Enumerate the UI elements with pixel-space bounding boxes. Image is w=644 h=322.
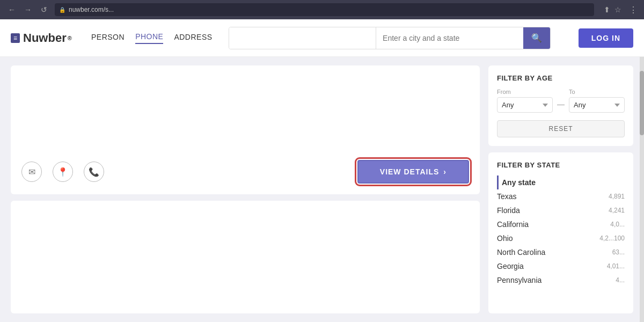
search-bar: 🔍	[229, 27, 551, 49]
age-from-label: From	[497, 89, 553, 95]
state-name-nc: North Carolina	[497, 248, 545, 257]
view-details-arrow: ›	[443, 167, 447, 176]
search-button[interactable]: 🔍	[523, 27, 550, 49]
state-item-florida[interactable]: Florida 4,241	[497, 203, 625, 217]
logo: ≡ Nuwber®	[11, 31, 80, 45]
result-card-2	[11, 201, 480, 313]
search-city-input[interactable]	[376, 27, 523, 49]
url-text: nuwber.com/s...	[69, 6, 114, 13]
address-bar[interactable]: 🔒 nuwber.com/s...	[55, 3, 594, 16]
state-name-any: Any state	[502, 178, 536, 187]
state-count-georgia: 4,01...	[607, 262, 625, 270]
sidebar: FILTER BY AGE From Any — To Any	[488, 65, 633, 313]
state-count-florida: 4,241	[609, 207, 625, 214]
age-from-group: From Any	[497, 89, 553, 113]
state-name-florida: Florida	[497, 206, 520, 215]
page: ≡ Nuwber® PERSON PHONE ADDRESS 🔍 LOG IN	[0, 19, 644, 322]
location-icon-button[interactable]: 📍	[53, 162, 73, 182]
state-item-any[interactable]: Any state	[497, 175, 625, 189]
state-item-california[interactable]: California 4,0...	[497, 217, 625, 231]
age-filter: From Any — To Any	[497, 89, 625, 113]
age-to-select[interactable]: Any	[569, 97, 625, 113]
top-nav: ≡ Nuwber® PERSON PHONE ADDRESS 🔍 LOG IN	[0, 19, 644, 57]
state-list: Any state Texas 4,891 Florida 4,241 Cali…	[497, 175, 625, 287]
state-count-ohio: 4,2...100	[599, 235, 625, 242]
tab-person[interactable]: PERSON	[91, 33, 125, 43]
scrollbar-thumb[interactable]	[640, 71, 644, 135]
share-button[interactable]: ⬆	[604, 5, 610, 14]
state-item-ohio[interactable]: Ohio 4,2...100	[497, 231, 625, 245]
nav-tabs: PERSON PHONE ADDRESS	[91, 32, 213, 44]
lock-icon: 🔒	[59, 7, 65, 13]
results-area: ✉ 📍 📞 VIEW DETAILS ›	[11, 65, 480, 313]
email-icon: ✉	[28, 167, 35, 177]
state-item-georgia[interactable]: Georgia 4,01...	[497, 259, 625, 273]
filter-age-card: FILTER BY AGE From Any — To Any	[488, 65, 633, 146]
tab-phone[interactable]: PHONE	[135, 32, 163, 44]
view-details-button[interactable]: VIEW DETAILS ›	[357, 160, 469, 184]
logo-trademark: ®	[68, 35, 72, 41]
back-button[interactable]: ←	[6, 4, 17, 15]
state-item-texas[interactable]: Texas 4,891	[497, 189, 625, 203]
age-from-select[interactable]: Any	[497, 97, 553, 113]
location-icon: 📍	[57, 167, 68, 177]
filter-state-card: FILTER BY STATE Any state Texas 4,891 Fl…	[488, 152, 633, 313]
bookmark-button[interactable]: ☆	[614, 5, 621, 14]
state-item-pennsylvania[interactable]: Pennsylvania 4...	[497, 273, 625, 287]
scrollbar[interactable]	[640, 39, 644, 322]
state-item-nc[interactable]: North Carolina 63...	[497, 245, 625, 259]
phone-icon: 📞	[89, 167, 99, 177]
state-name-texas: Texas	[497, 192, 517, 201]
reset-button[interactable]: RESET	[497, 120, 625, 137]
search-icon: 🔍	[531, 33, 542, 43]
state-name-georgia: Georgia	[497, 262, 524, 270]
browser-actions: ⬆ ☆	[604, 5, 621, 14]
state-count-pennsylvania: 4...	[616, 276, 625, 284]
email-icon-button[interactable]: ✉	[21, 162, 42, 182]
state-count-nc: 63...	[612, 248, 625, 256]
state-count-california: 4,0...	[610, 221, 625, 228]
action-icons: ✉ 📍 📞	[21, 162, 104, 182]
logo-text: Nuwber	[23, 31, 67, 45]
main-content: ✉ 📍 📞 VIEW DETAILS ›	[0, 57, 644, 322]
tab-address[interactable]: ADDRESS	[174, 33, 212, 43]
state-name-ohio: Ohio	[497, 234, 513, 243]
forward-button[interactable]: →	[23, 4, 33, 15]
state-count-texas: 4,891	[609, 193, 625, 200]
view-details-label: VIEW DETAILS	[380, 167, 440, 176]
login-button[interactable]: LOG IN	[579, 28, 633, 48]
result-card-1: ✉ 📍 📞 VIEW DETAILS ›	[11, 65, 480, 194]
filter-state-title: FILTER BY STATE	[497, 161, 625, 169]
age-to-label: To	[569, 89, 625, 95]
search-name-input[interactable]	[229, 27, 377, 49]
reload-button[interactable]: ↺	[39, 4, 49, 15]
state-name-pennsylvania: Pennsylvania	[497, 276, 541, 284]
browser-menu-button[interactable]: ⋮	[629, 5, 638, 15]
phone-icon-button[interactable]: 📞	[84, 162, 104, 182]
result-card-actions: ✉ 📍 📞 VIEW DETAILS ›	[21, 151, 469, 184]
filter-age-title: FILTER BY AGE	[497, 74, 625, 82]
logo-icon: ≡	[11, 33, 20, 43]
state-name-california: California	[497, 220, 529, 229]
age-dash: —	[557, 100, 565, 108]
age-to-group: To Any	[569, 89, 625, 113]
browser-chrome: ← → ↺ 🔒 nuwber.com/s... ⬆ ☆ ⋮	[0, 0, 644, 19]
